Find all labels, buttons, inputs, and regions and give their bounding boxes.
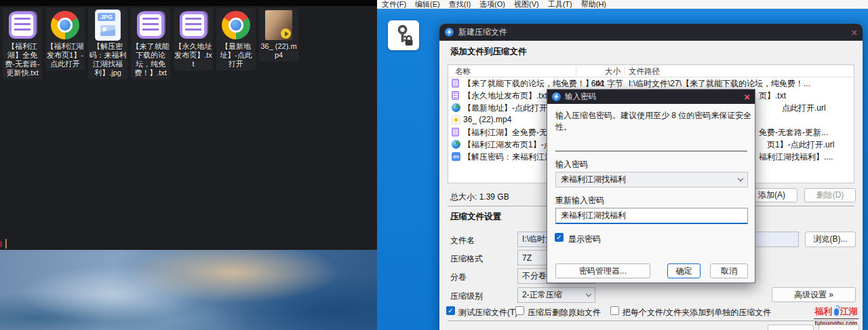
table-row[interactable]: 【来了就能下载的论坛，纯免费！】.txt 641 字节 I:\临时文件\27\【… (448, 77, 854, 90)
desktop-icon-label: 【永久地址发布页】.txt (174, 42, 212, 69)
menu-find[interactable]: 查找(I) (449, 0, 471, 10)
jpg-file-icon: JPG (452, 152, 460, 161)
password-manager-button[interactable]: 密码管理器... (555, 263, 650, 278)
delete-original-checkbox[interactable] (515, 306, 524, 315)
test-archive-checkbox[interactable] (446, 306, 455, 315)
reenter-password-input[interactable]: 来福利江湖找福利 (555, 208, 748, 224)
cancel-button[interactable]: 取消 (710, 263, 748, 278)
file-path: 点此打开.url (782, 103, 826, 114)
menu-edit[interactable]: 编辑(E) (415, 0, 440, 10)
chevron-down-icon (586, 291, 591, 297)
column-divider (576, 67, 576, 75)
file-name: 36_ (22).mp4 (463, 115, 511, 124)
menu-file[interactable]: 文件(F) (382, 0, 406, 10)
close-icon[interactable]: × (744, 92, 750, 102)
file-path: I:\临时文件\27\【来了就能下载的论坛，纯免费！... (629, 78, 810, 90)
start-button-cutoff[interactable] (768, 325, 814, 330)
level-label: 压缩级别 (450, 291, 483, 302)
chrome-icon (221, 10, 251, 40)
password-combo-input[interactable]: 来福利江湖找福利 (555, 172, 748, 187)
desktop-icon-txt-1[interactable]: 【福利江湖】全免费-无套路-更新快.txt (3, 8, 42, 79)
desktop-icon-jpg[interactable]: JPG 【解压密码：来福利江湖找福利】.jpg (88, 8, 127, 79)
dialog-titlebar[interactable]: 新建压缩文件 × (439, 24, 863, 41)
menu-tools[interactable]: 工具(T) (548, 0, 572, 10)
brand-text-right: 江湖 (840, 306, 858, 318)
level-value: 2-正常压缩 (522, 289, 562, 301)
jpg-file-icon: JPG (93, 10, 123, 40)
column-path[interactable]: 文件路径 (629, 67, 660, 77)
desktop: 【福利江湖】全免费-无套路-更新快.txt 【福利江湖发布页1】- 点此打开 J… (0, 0, 377, 330)
advanced-settings-button[interactable]: 高级设置 » (772, 287, 856, 302)
bandizip-icon (445, 28, 454, 37)
text-file-icon (136, 10, 165, 40)
password-key-button[interactable] (388, 20, 419, 50)
format-label: 压缩格式 (450, 253, 483, 265)
video-file-icon (452, 115, 460, 124)
show-password-label: 显示密码 (568, 234, 601, 245)
jpg-badge: JPG (98, 13, 115, 21)
chevron-down-icon (738, 176, 743, 181)
desktop-icon-label: 【解压密码：来福利江湖找福利】.jpg (89, 42, 127, 77)
text-file-icon (452, 79, 459, 88)
volume-label: 分卷 (450, 272, 467, 283)
cancel-button-cutoff[interactable] (818, 325, 859, 330)
dialog-title: 新建压缩文件 (458, 26, 507, 38)
file-name: 【永久地址发布页】.txt (463, 90, 547, 102)
menu-help[interactable]: 帮助(H) (581, 0, 606, 10)
screen: 【福利江湖】全免费-无套路-更新快.txt 【福利江湖发布页1】- 点此打开 J… (0, 0, 868, 330)
text-file-icon (178, 10, 208, 40)
bottom-divider (448, 320, 854, 321)
menu-view[interactable]: 视图(V) (514, 0, 539, 10)
test-archive-label: 测试压缩文件(T) (458, 307, 517, 318)
bandizip-icon (552, 92, 561, 101)
total-size-text: 总大小: 1.39 GB (450, 191, 509, 203)
desktop-icon-txt-2[interactable]: 【来了就能下载的论坛，纯免费！】.txt (131, 8, 170, 79)
reenter-password-label: 重新输入密码 (555, 195, 604, 206)
level-dropdown[interactable]: 2-正常压缩 (517, 287, 595, 303)
red-tick-mark (0, 241, 2, 247)
chrome-icon (50, 10, 80, 40)
archive-settings-title: 压缩文件设置 (450, 211, 501, 223)
menu-options[interactable]: 选项(O) (479, 0, 505, 10)
desktop-icon-label: 【福利江湖发布页1】- 点此打开 (46, 42, 84, 69)
column-size[interactable]: 大小 (580, 67, 620, 77)
password-value: 来福利江湖找福利 (561, 210, 626, 221)
menubar: 文件(F) 编辑(E) 查找(I) 选项(O) 视图(V) 工具(T) 帮助(H… (377, 0, 868, 9)
enter-password-label: 输入密码 (555, 159, 588, 170)
separate-archives-checkbox[interactable] (610, 306, 619, 315)
desktop-icon-label: 【福利江湖】全免费-无套路-更新快.txt (3, 42, 41, 77)
video-thumbnail-icon (264, 10, 294, 40)
format-value: 7Z (522, 253, 532, 263)
desktop-icon-txt-3[interactable]: 【永久地址发布页】.txt (174, 8, 213, 71)
desktop-icon-grid: 【福利江湖】全免费-无套路-更新快.txt 【福利江湖发布页1】- 点此打开 J… (3, 8, 298, 79)
file-path: 页】.txt (759, 90, 786, 102)
browse-button[interactable]: 浏览(B)... (805, 232, 856, 247)
dialog-titlebar[interactable]: 输入密码 × (547, 90, 755, 104)
show-password-checkbox[interactable] (555, 233, 564, 242)
cloud-wallpaper (0, 250, 377, 330)
key-lock-icon (392, 24, 415, 47)
column-divider (625, 67, 625, 75)
password-dialog: 输入密码 × 输入压缩包密码。建议使用至少 8 位的密码来保证安全性。 输入密码… (547, 89, 755, 283)
desktop-icon-chrome-1[interactable]: 【福利江湖发布页1】- 点此打开 (45, 8, 85, 71)
column-name[interactable]: 名称 (455, 67, 471, 77)
desktop-icon-label: 36_ (22).mp4 (260, 42, 298, 60)
file-list-header: 名称 大小 文件路径 (448, 65, 854, 77)
delete-original-label: 压缩后删除原始文件 (528, 307, 601, 318)
close-icon[interactable]: × (851, 27, 857, 37)
separate-archives-label: 把每个文件/文件夹添加到单独的压缩文件 (623, 307, 771, 318)
text-file-icon (7, 10, 37, 40)
desktop-icon-mp4[interactable]: 36_ (22).mp4 (259, 8, 298, 62)
ok-button[interactable]: 确定 (667, 263, 701, 278)
desktop-icon-chrome-2[interactable]: 【最新地址】-点此打开 (216, 8, 256, 71)
file-name: 【最新地址】-点此打开.url (463, 103, 559, 114)
file-size: 641 字节 (580, 78, 623, 90)
text-file-icon (452, 128, 459, 136)
watermark-logo: 福利 江湖 fulijianghu.com (814, 306, 859, 327)
dialog-title: 输入密码 (565, 92, 596, 102)
file-path: 福利江湖找福利】.... (759, 151, 833, 163)
text-cursor: | (5, 238, 7, 249)
delete-button[interactable]: 删除(D) (804, 188, 856, 202)
brand-text-left: 福利 (815, 306, 833, 318)
password-value: 来福利江湖找福利 (561, 174, 626, 185)
